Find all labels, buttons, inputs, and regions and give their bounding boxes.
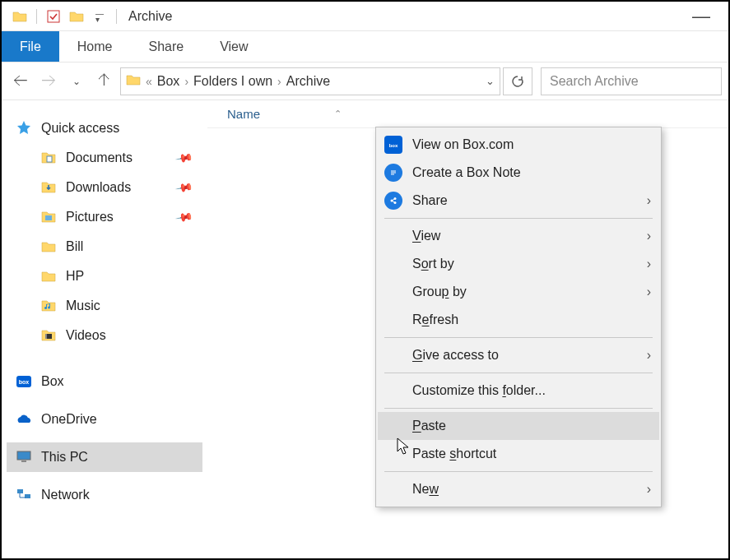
breadcrumb-archive[interactable]: Archive: [286, 74, 330, 89]
folder-icon: [12, 8, 28, 25]
ctx-create-box-note[interactable]: Create a Box Note: [378, 159, 659, 187]
ctx-new[interactable]: New ›: [378, 475, 659, 503]
ctx-customize-folder[interactable]: Customize this folder...: [378, 377, 659, 405]
submenu-arrow-icon: ›: [647, 229, 651, 243]
sort-indicator-icon: ⌃: [334, 109, 342, 119]
back-button[interactable]: 🡠: [8, 69, 33, 94]
chevron-right-icon[interactable]: ›: [184, 75, 188, 88]
svg-rect-4: [45, 334, 47, 339]
pin-icon: 📌: [174, 208, 193, 227]
up-button[interactable]: 🡡: [92, 69, 117, 94]
sidebar-item-label: This PC: [41, 450, 88, 465]
spacer: [384, 445, 402, 463]
chevron-right-icon[interactable]: ›: [277, 75, 281, 88]
ctx-paste-shortcut[interactable]: Paste shortcut: [378, 440, 659, 468]
ribbon: File Home Share View: [2, 31, 728, 62]
breadcrumb-box[interactable]: Box: [157, 74, 180, 89]
breadcrumb-folders-i-own[interactable]: Folders I own: [193, 74, 272, 89]
ctx-label: View on Box.com: [412, 137, 514, 152]
documents-icon: [40, 149, 58, 167]
folder-icon: [40, 238, 58, 256]
spacer: [384, 417, 402, 435]
pictures-icon: [40, 208, 58, 226]
svg-rect-1: [47, 156, 52, 162]
spacer: [384, 480, 402, 498]
spacer: [384, 346, 402, 364]
svg-rect-8: [21, 460, 26, 462]
sidebar-item-label: Box: [41, 374, 64, 389]
sidebar-item-pictures[interactable]: Pictures 📌: [7, 202, 202, 232]
svg-rect-2: [45, 215, 52, 220]
sidebar-item-documents[interactable]: Documents 📌: [7, 143, 202, 173]
sidebar-item-label: Quick access: [41, 121, 119, 136]
sidebar-item-box[interactable]: box Box: [7, 367, 202, 396]
refresh-button[interactable]: [503, 67, 532, 95]
ctx-view-on-box[interactable]: box View on Box.com: [378, 131, 659, 159]
tab-file[interactable]: File: [2, 31, 59, 62]
sidebar-item-downloads[interactable]: Downloads 📌: [7, 173, 202, 202]
spacer: [384, 283, 402, 301]
menu-separator: [384, 337, 653, 338]
ctx-refresh[interactable]: Refresh: [378, 306, 659, 334]
window-title: Archive: [128, 9, 172, 24]
sidebar-item-label: Downloads: [66, 180, 131, 195]
sidebar-item-quick-access[interactable]: Quick access: [7, 113, 202, 143]
submenu-arrow-icon: ›: [647, 348, 651, 363]
ctx-group-by[interactable]: Group by ›: [378, 278, 659, 306]
forward-button[interactable]: 🡢: [36, 69, 61, 94]
sidebar-item-label: Music: [66, 299, 100, 313]
minimize-button[interactable]: —: [681, 6, 722, 27]
tab-share[interactable]: Share: [130, 31, 202, 62]
sidebar-item-this-pc[interactable]: This PC: [7, 442, 202, 472]
submenu-arrow-icon: ›: [647, 257, 651, 271]
note-icon: [384, 164, 402, 182]
ctx-label: New: [412, 482, 439, 497]
ctx-label: Paste shortcut: [412, 447, 496, 461]
qat-dropdown-icon[interactable]: —▾: [91, 8, 108, 25]
submenu-arrow-icon: ›: [647, 482, 651, 497]
ctx-share[interactable]: Share ›: [378, 187, 659, 215]
ctx-label: Group by: [412, 285, 467, 299]
navigation-pane: Quick access Documents 📌 Downloads 📌 Pic…: [2, 100, 207, 558]
ctx-give-access-to[interactable]: Give access to ›: [378, 341, 659, 369]
pin-icon: 📌: [174, 149, 193, 168]
ctx-label: Sort by: [412, 257, 454, 271]
sidebar-item-music[interactable]: Music: [7, 291, 202, 321]
sidebar-item-label: Network: [41, 488, 90, 502]
sidebar-item-network[interactable]: Network: [7, 480, 202, 510]
sidebar-item-bill[interactable]: Bill: [7, 232, 202, 261]
folder-icon: [40, 267, 58, 285]
sidebar-item-label: Videos: [66, 328, 106, 343]
star-icon: [15, 119, 33, 137]
ctx-label: Share: [412, 193, 448, 208]
sidebar-item-label: Bill: [66, 239, 83, 254]
menu-separator: [384, 408, 653, 409]
column-header-name[interactable]: Name ⌃: [207, 100, 728, 128]
sidebar-item-label: HP: [66, 269, 84, 284]
address-dropdown-icon[interactable]: ⌄: [486, 75, 495, 87]
search-input[interactable]: Search Archive: [541, 67, 722, 95]
ctx-label: Paste: [412, 419, 446, 433]
tab-view[interactable]: View: [202, 31, 266, 62]
sidebar-item-videos[interactable]: Videos: [7, 321, 202, 350]
qat-properties-icon[interactable]: [45, 8, 62, 25]
ctx-view[interactable]: View ›: [378, 222, 659, 250]
ctx-paste[interactable]: Paste: [378, 412, 659, 440]
ctx-sort-by[interactable]: Sort by ›: [378, 250, 659, 278]
recent-locations-button[interactable]: ⌄: [64, 69, 89, 94]
tab-home[interactable]: Home: [59, 31, 131, 62]
ctx-label: Customize this folder...: [412, 383, 546, 398]
qat-folder-icon[interactable]: [68, 8, 85, 25]
videos-icon: [40, 326, 58, 345]
sidebar-item-hp[interactable]: HP: [7, 261, 202, 291]
address-bar[interactable]: « Box › Folders I own › Archive ⌄: [120, 67, 500, 95]
sidebar-item-label: OneDrive: [41, 412, 97, 427]
spacer: [384, 255, 402, 273]
downloads-icon: [40, 178, 58, 197]
menu-separator: [384, 471, 653, 472]
svg-rect-7: [17, 451, 30, 460]
sidebar-item-onedrive[interactable]: OneDrive: [7, 405, 202, 434]
svg-text:box: box: [19, 379, 30, 385]
context-menu: box View on Box.com Create a Box Note Sh…: [375, 127, 662, 507]
svg-rect-9: [17, 489, 23, 493]
